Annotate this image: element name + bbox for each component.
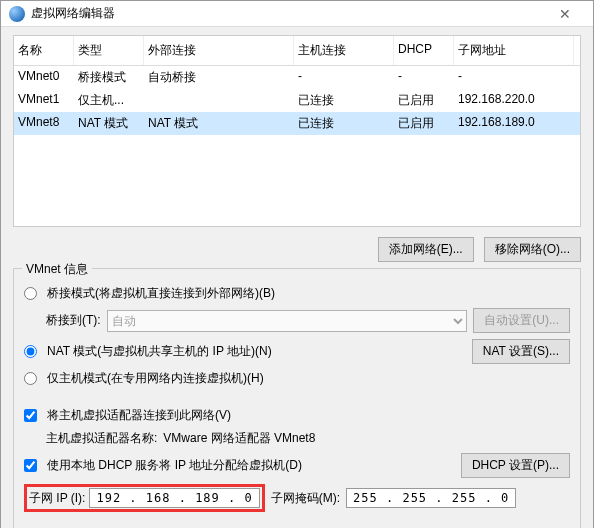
bridge-to-label: 桥接到(T): [46,312,101,329]
radio-bridge[interactable] [24,287,37,300]
app-icon [9,6,25,22]
col-type[interactable]: 类型 [74,36,144,65]
close-icon[interactable]: ✕ [545,6,585,22]
host-adapter-name-label: 主机虚拟适配器名称: [46,430,157,447]
col-host[interactable]: 主机连接 [294,36,394,65]
subnet-ip-input[interactable]: 192 . 168 . 189 . 0 [89,488,259,508]
col-subnet[interactable]: 子网地址 [454,36,574,65]
radio-nat-label: NAT 模式(与虚拟机共享主机的 IP 地址)(N) [47,343,272,360]
chk-dhcp[interactable] [24,459,37,472]
radio-hostonly-label: 仅主机模式(在专用网络内连接虚拟机)(H) [47,370,264,387]
table-row[interactable]: VMnet0 桥接模式 自动桥接 - - - [14,66,580,89]
col-ext[interactable]: 外部连接 [144,36,294,65]
subnet-ip-label: 子网 IP (I): [29,490,85,507]
table-row[interactable]: VMnet8 NAT 模式 NAT 模式 已连接 已启用 192.168.189… [14,112,580,135]
table-row[interactable]: VMnet1 仅主机... 已连接 已启用 192.168.220.0 [14,89,580,112]
subnet-mask-label: 子网掩码(M): [271,490,340,507]
group-legend: VMnet 信息 [22,261,92,278]
network-table[interactable]: 名称 类型 外部连接 主机连接 DHCP 子网地址 VMnet0 桥接模式 自动… [13,35,581,227]
bridge-to-select[interactable]: 自动 [107,310,468,332]
radio-nat[interactable] [24,345,37,358]
add-network-button[interactable]: 添加网络(E)... [378,237,474,262]
nat-settings-button[interactable]: NAT 设置(S)... [472,339,570,364]
radio-bridge-label: 桥接模式(将虚拟机直接连接到外部网络)(B) [47,285,275,302]
chk-dhcp-label: 使用本地 DHCP 服务将 IP 地址分配给虚拟机(D) [47,457,302,474]
subnet-mask-input[interactable]: 255 . 255 . 255 . 0 [346,488,516,508]
host-adapter-name-value: VMware 网络适配器 VMnet8 [163,430,315,447]
col-dhcp[interactable]: DHCP [394,36,454,65]
subnet-ip-highlight: 子网 IP (I): 192 . 168 . 189 . 0 [24,484,265,512]
chk-host-adapter-label: 将主机虚拟适配器连接到此网络(V) [47,407,231,424]
dhcp-settings-button[interactable]: DHCP 设置(P)... [461,453,570,478]
chk-host-adapter[interactable] [24,409,37,422]
auto-settings-button[interactable]: 自动设置(U)... [473,308,570,333]
vmnet-info-group: VMnet 信息 桥接模式(将虚拟机直接连接到外部网络)(B) 桥接到(T): … [13,268,581,528]
radio-hostonly[interactable] [24,372,37,385]
remove-network-button[interactable]: 移除网络(O)... [484,237,581,262]
col-name[interactable]: 名称 [14,36,74,65]
window-title: 虚拟网络编辑器 [31,5,545,22]
